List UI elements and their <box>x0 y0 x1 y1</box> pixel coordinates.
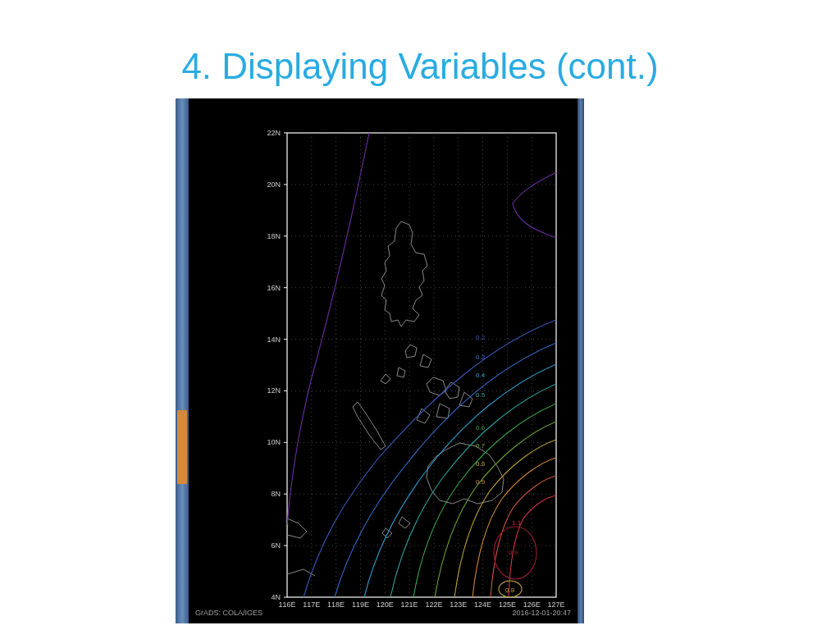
svg-text:120E: 120E <box>377 600 394 609</box>
svg-text:121E: 121E <box>401 600 418 609</box>
svg-text:116E: 116E <box>278 600 295 609</box>
svg-text:122E: 122E <box>425 600 442 609</box>
svg-text:0.9: 0.9 <box>476 478 486 486</box>
contour-plot: 22N 20N 18N 16N 14N 12N 10N 8N 6N 4N 116… <box>189 98 578 623</box>
scroll-indicator <box>177 410 187 484</box>
svg-text:127E: 127E <box>547 600 564 609</box>
contour-0.9 <box>472 458 556 597</box>
coastline <box>287 221 504 576</box>
svg-text:20N: 20N <box>267 180 281 189</box>
svg-text:124E: 124E <box>474 600 491 609</box>
svg-text:123E: 123E <box>450 600 467 609</box>
svg-text:117E: 117E <box>303 600 320 609</box>
grads-window: 22N 20N 18N 16N 14N 12N 10N 8N 6N 4N 116… <box>176 98 584 623</box>
svg-text:18N: 18N <box>267 232 281 240</box>
contours <box>287 133 556 597</box>
y-axis-labels: 22N 20N 18N 16N 14N 12N 10N 8N 6N 4N <box>267 129 281 601</box>
svg-text:0.9: 0.9 <box>509 549 518 556</box>
svg-text:118E: 118E <box>327 600 345 609</box>
plot-timestamp: 2016-12-01-20:47 <box>512 609 571 617</box>
contour-0.1a <box>287 133 369 525</box>
svg-text:1.1: 1.1 <box>512 519 522 527</box>
svg-text:14N: 14N <box>267 336 281 344</box>
svg-text:12N: 12N <box>267 386 281 395</box>
svg-text:0.6: 0.6 <box>476 424 486 431</box>
contour-0.8 <box>454 440 556 597</box>
grid-horizontal <box>287 185 556 546</box>
svg-text:0.4: 0.4 <box>476 372 486 379</box>
svg-text:6N: 6N <box>271 541 281 550</box>
slide: 4. Displaying Variables (cont.) <box>0 0 840 630</box>
svg-text:22N: 22N <box>267 129 281 137</box>
window-right-border <box>578 98 584 623</box>
svg-text:0.7: 0.7 <box>476 442 486 450</box>
svg-text:0.8: 0.8 <box>476 460 486 468</box>
software-credit: GrADS: COLA/IGES <box>195 609 262 617</box>
plot-frame <box>287 133 556 597</box>
svg-text:8N: 8N <box>271 490 281 498</box>
svg-text:16N: 16N <box>267 284 281 292</box>
svg-text:126E: 126E <box>523 600 541 609</box>
contour-labels: 0.2 0.3 0.4 0.5 0.6 0.7 0.8 0.9 1.1 0.9 … <box>476 334 522 594</box>
svg-text:0.2: 0.2 <box>476 334 486 341</box>
slide-title: 4. Displaying Variables (cont.) <box>0 46 840 87</box>
svg-text:119E: 119E <box>352 600 369 609</box>
svg-text:0.8: 0.8 <box>505 587 515 594</box>
tick-marks <box>284 133 287 597</box>
contour-0.1b <box>513 172 556 238</box>
window-left-border <box>176 98 189 623</box>
svg-text:125E: 125E <box>499 600 516 609</box>
svg-text:0.3: 0.3 <box>476 354 486 361</box>
plot-area: 22N 20N 18N 16N 14N 12N 10N 8N 6N 4N 116… <box>189 98 578 623</box>
x-axis-labels: 116E 117E 118E 119E 120E 121E 122E 123E … <box>278 600 564 609</box>
grid-vertical <box>312 133 532 597</box>
svg-text:10N: 10N <box>267 438 281 446</box>
svg-text:0.5: 0.5 <box>476 391 486 399</box>
